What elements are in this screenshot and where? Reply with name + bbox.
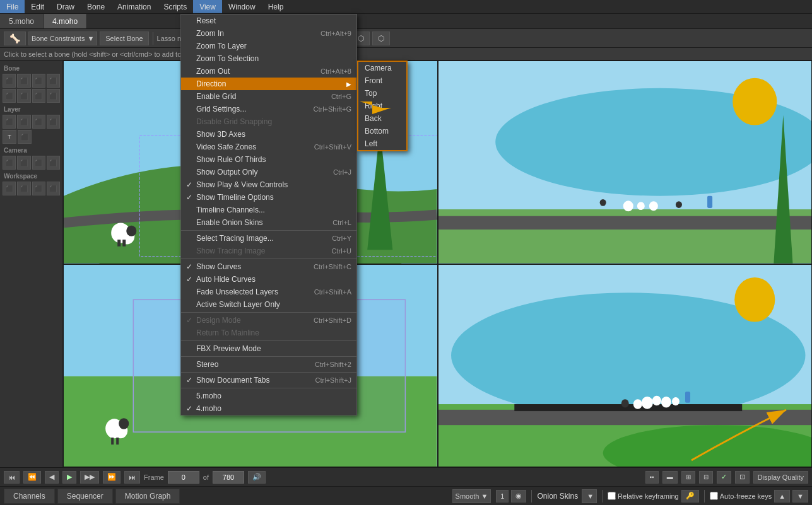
menu-window[interactable]: Window — [222, 0, 262, 13]
bone-tool-5[interactable]: ⬛ — [3, 89, 16, 103]
menu-select-tracing-image[interactable]: Select Tracing Image... Ctrl+Y — [181, 232, 356, 245]
workspace-tool-2[interactable]: ⬛ — [17, 182, 30, 195]
workspace-tool-4[interactable]: ⬛ — [47, 182, 60, 195]
menu-animation[interactable]: Animation — [111, 0, 157, 13]
direction-left[interactable]: Left — [358, 137, 406, 150]
menu-zoom-in[interactable]: Zoom In Ctrl+Alt+9 — [181, 27, 356, 40]
menu-grid-settings[interactable]: Grid Settings... Ctrl+Shift+G — [181, 103, 356, 115]
btab-channels[interactable]: Channels — [4, 489, 55, 504]
bone-tool-7[interactable]: ⬛ — [32, 89, 45, 103]
menu-fbx-preview-mode[interactable]: FBX Preview Mode — [181, 342, 356, 355]
menu-edit[interactable]: Edit — [25, 0, 50, 13]
menu-show-play-view-controls[interactable]: ✓ Show Play & View Controls — [181, 178, 356, 191]
play-end-btn[interactable]: ⏭ — [124, 471, 140, 484]
next-btn[interactable]: ▶▶ — [80, 471, 99, 484]
layer-tool-3[interactable]: ⬛ — [32, 115, 45, 129]
relative-keyframing-container[interactable]: Relative keyframing — [608, 492, 679, 500]
menu-stereo[interactable]: Stereo Ctrl+Shift+2 — [181, 358, 356, 371]
btab-motion-graph[interactable]: Motion Graph — [115, 489, 180, 504]
menu-zoom-to-selection[interactable]: Zoom To Selection — [181, 52, 356, 65]
camera-tool-3[interactable]: ⬛ — [32, 156, 45, 170]
smooth-value[interactable]: 1 — [496, 490, 509, 502]
camera-tool-4[interactable]: ⬛ — [47, 156, 60, 170]
prev-frame-btn[interactable]: ⏪ — [23, 471, 41, 484]
keyframe-icon[interactable]: 🔑 — [681, 490, 699, 502]
viewport-bottom-right[interactable] — [438, 264, 813, 468]
menu-4moho[interactable]: ✓ 4.moho — [181, 402, 356, 415]
bone-constraints-dropdown[interactable]: Bone Constraints ▼ — [28, 32, 97, 45]
bone-icon2[interactable]: ⬡ — [372, 32, 390, 45]
auto-freeze-container[interactable]: Auto-freeze keys — [710, 492, 772, 500]
menu-show-output-only[interactable]: Show Output Only Ctrl+J — [181, 166, 356, 178]
next-frame-btn[interactable]: ⏩ — [103, 471, 121, 484]
view-check-btn[interactable]: ✓ — [717, 471, 731, 484]
layer-tool-4[interactable]: ⬛ — [47, 115, 60, 129]
view-btn-2[interactable]: ▬ — [662, 471, 678, 484]
menu-video-safe-zones[interactable]: Video Safe Zones Ctrl+Shift+V — [181, 141, 356, 153]
menu-zoom-to-layer[interactable]: Zoom To Layer — [181, 40, 356, 52]
scroll-up-btn[interactable]: ▲ — [774, 490, 790, 502]
bone-tool-3[interactable]: ⬛ — [32, 74, 45, 88]
workspace-tool-1[interactable]: ⬛ — [3, 182, 16, 195]
layer-tool-2[interactable]: ⬛ — [17, 115, 30, 129]
smooth-icon[interactable]: ◉ — [511, 490, 526, 502]
bone-tool-1[interactable]: ⬛ — [3, 74, 16, 88]
select-bone-button[interactable]: Select Bone — [100, 32, 148, 45]
view-btn-1[interactable]: ▪▪ — [645, 471, 659, 484]
direction-right[interactable]: Right — [358, 100, 406, 112]
menu-rule-of-thirds[interactable]: Show Rule Of Thirds — [181, 153, 356, 166]
menu-show-curves[interactable]: ✓ Show Curves Ctrl+Shift+C — [181, 260, 356, 273]
workspace-tool-3[interactable]: ⬛ — [32, 182, 45, 195]
menu-file[interactable]: File — [0, 0, 25, 13]
auto-freeze-checkbox[interactable] — [710, 492, 718, 500]
menu-auto-hide-curves[interactable]: ✓ Auto Hide Curves — [181, 273, 356, 286]
display-quality-btn[interactable]: Display Quality — [753, 471, 808, 484]
tab-4moho[interactable]: 4.moho — [44, 14, 87, 28]
frame-input[interactable] — [168, 471, 199, 484]
menu-scripts[interactable]: Scripts — [157, 0, 193, 13]
layer-tool-6[interactable]: ⬛ — [18, 130, 32, 144]
view-icon-btn[interactable]: ⊡ — [735, 471, 750, 484]
menu-show-document-tabs[interactable]: ✓ Show Document Tabs Ctrl+Shift+J — [181, 374, 356, 386]
bone-icon-btn[interactable]: 🦴 — [4, 32, 26, 45]
menu-show-timeline-options[interactable]: ✓ Show Timeline Options — [181, 191, 356, 204]
view-btn-4[interactable]: ⊟ — [699, 471, 713, 484]
direction-top[interactable]: Top — [358, 87, 406, 100]
direction-camera[interactable]: Camera — [358, 62, 406, 74]
layer-tool-1[interactable]: ⬛ — [3, 115, 16, 129]
bone-tool-6[interactable]: ⬛ — [17, 89, 30, 103]
menu-5moho[interactable]: 5.moho — [181, 390, 356, 402]
menu-active-switch-layer-only[interactable]: Active Switch Layer Only — [181, 298, 356, 311]
menu-zoom-out[interactable]: Zoom Out Ctrl+Alt+8 — [181, 65, 356, 78]
menu-timeline-channels[interactable]: Timeline Channels... — [181, 204, 356, 216]
btab-sequencer[interactable]: Sequencer — [57, 489, 113, 504]
audio-btn[interactable]: 🔊 — [248, 471, 266, 484]
menu-enable-onion-skins[interactable]: Enable Onion Skins Ctrl+L — [181, 216, 356, 229]
menu-view[interactable]: View — [193, 0, 222, 13]
menu-fade-unselected-layers[interactable]: Fade Unselected Layers Ctrl+Shift+A — [181, 286, 356, 298]
menu-reset[interactable]: Reset — [181, 15, 356, 27]
menu-bone[interactable]: Bone — [81, 0, 111, 13]
play-btn[interactable]: ▶ — [62, 471, 76, 484]
view-btn-3[interactable]: ⊞ — [681, 471, 695, 484]
direction-back[interactable]: Back — [358, 112, 406, 125]
viewport-top-right[interactable] — [438, 61, 813, 264]
menu-enable-grid[interactable]: Enable Grid Ctrl+G — [181, 90, 356, 103]
menu-draw[interactable]: Draw — [50, 0, 81, 13]
layer-tool-5[interactable]: T — [3, 130, 16, 144]
play-start-btn[interactable]: ⏮ — [4, 471, 20, 484]
scroll-down-btn[interactable]: ▼ — [792, 490, 808, 502]
smooth-dropdown[interactable]: Smooth▼ — [452, 489, 491, 503]
tab-5moho[interactable]: 5.moho — [0, 14, 44, 28]
menu-direction[interactable]: Direction ▶ — [181, 78, 356, 90]
relative-keyframing-checkbox[interactable] — [608, 492, 616, 500]
bone-tool-8[interactable]: ⬛ — [47, 89, 60, 103]
bone-tool-4[interactable]: ⬛ — [47, 74, 60, 88]
camera-tool-1[interactable]: ⬛ — [3, 156, 16, 170]
menu-help[interactable]: Help — [262, 0, 290, 13]
bone-tool-2[interactable]: ⬛ — [17, 74, 30, 88]
direction-front[interactable]: Front — [358, 74, 406, 87]
direction-bottom[interactable]: Bottom — [358, 125, 406, 137]
onion-skins-dropdown[interactable]: ▼ — [582, 489, 597, 503]
total-frames-input[interactable] — [213, 471, 244, 484]
